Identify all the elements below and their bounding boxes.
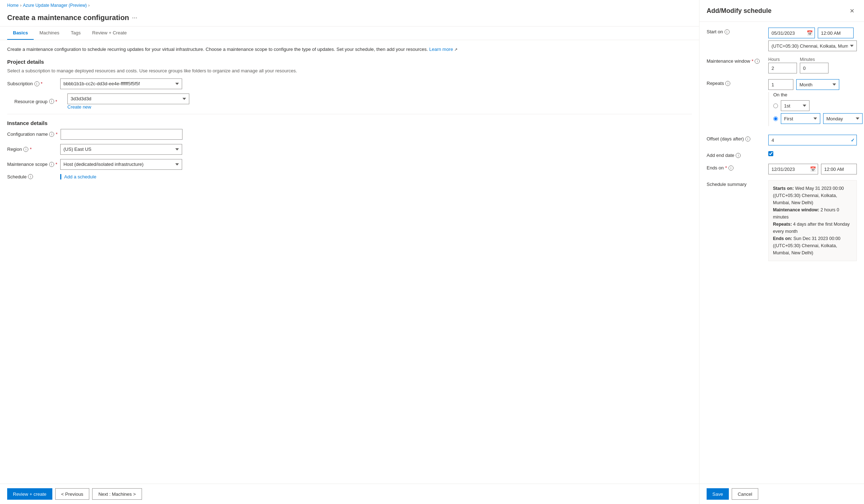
repeats-label: Repeats i xyxy=(707,79,764,86)
calendar-icon[interactable]: 📅 xyxy=(807,30,813,36)
external-link-icon: ↗ xyxy=(454,47,457,52)
breadcrumb-home[interactable]: Home xyxy=(7,3,19,8)
region-row: Region i * (US) East US xyxy=(7,144,692,155)
subscription-info-icon[interactable]: i xyxy=(34,81,39,86)
project-details-desc: Select a subscription to manage deployed… xyxy=(7,68,692,74)
end-calendar-icon[interactable]: 📅 xyxy=(810,166,816,172)
subscription-row: Subscription i * bbbb1b1b-cc2c-dd3d-ee4e… xyxy=(7,78,692,89)
instance-details-title: Instance details xyxy=(7,120,692,126)
review-create-button[interactable]: Review + create xyxy=(7,488,52,500)
start-date-time-row: 📅 xyxy=(768,28,857,38)
next-machines-button[interactable]: Next : Machines > xyxy=(92,488,142,500)
timezone-select[interactable]: (UTC+05:30) Chennai, Kolkata, Mumbai, N.… xyxy=(768,40,857,51)
summary-repeats: Repeats: 4 days after the first Monday e… xyxy=(773,221,852,235)
form-area: Create a maintenance configuration to sc… xyxy=(0,40,699,484)
resource-group-select[interactable]: 3d3d3d3d xyxy=(67,93,189,104)
ends-on-controls: 📅 xyxy=(768,164,857,174)
add-end-date-row: Add end date i xyxy=(707,151,857,158)
repeats-controls: Month On the 1st 2nd 3rd Last xyxy=(768,79,863,129)
minutes-label: Minutes xyxy=(800,57,829,62)
add-end-date-info-icon[interactable]: i xyxy=(736,153,741,158)
on-the-day-radio[interactable] xyxy=(773,116,778,121)
region-required: * xyxy=(30,147,32,152)
add-end-date-label: Add end date i xyxy=(707,151,764,158)
breadcrumb: Home › Azure Update Manager (Preview) › xyxy=(0,0,699,11)
previous-button[interactable]: < Previous xyxy=(55,488,90,500)
config-name-info-icon[interactable]: i xyxy=(49,132,54,137)
tab-review-create[interactable]: Review + Create xyxy=(86,27,132,40)
add-end-date-checkbox[interactable] xyxy=(768,151,773,156)
on-the-day-select[interactable]: Monday Tuesday Wednesday Thursday Friday… xyxy=(823,113,863,124)
subscription-select[interactable]: bbbb1b1b-cc2c-dd3d-ee4e-ffffff5f5f5f xyxy=(60,78,182,89)
page-header: Create a maintenance configuration ··· xyxy=(0,11,699,27)
panel-footer: Save Cancel xyxy=(699,484,864,504)
add-schedule-link[interactable]: Add a schedule xyxy=(60,174,182,179)
on-the-date-radio[interactable] xyxy=(773,104,778,108)
mw-info-icon[interactable]: i xyxy=(755,59,760,64)
panel-title: Add/Modify schedule xyxy=(707,7,772,15)
tab-bar: Basics Machines Tags Review + Create xyxy=(0,27,699,40)
schedule-summary-label: Schedule summary xyxy=(707,180,764,187)
offset-row: Offset (days after) i ✓ xyxy=(707,135,857,145)
region-info-icon[interactable]: i xyxy=(23,147,28,152)
region-label: Region i * xyxy=(7,147,57,152)
summary-starts: Starts on: Wed May 31 2023 00:00 ((UTC+0… xyxy=(773,185,852,206)
offset-input[interactable] xyxy=(768,135,857,145)
start-on-label: Start on i xyxy=(707,28,764,34)
page-menu-icon[interactable]: ··· xyxy=(132,14,137,21)
maintenance-scope-label: Maintenance scope i * xyxy=(7,162,57,167)
on-the-day-first-select[interactable]: First Second Third Fourth Last xyxy=(781,113,820,124)
tab-machines[interactable]: Machines xyxy=(34,27,65,40)
schedule-summary-block: Starts on: Wed May 31 2023 00:00 ((UTC+0… xyxy=(768,180,857,261)
mw-required: * xyxy=(751,58,753,64)
tab-tags[interactable]: Tags xyxy=(65,27,86,40)
end-time-input[interactable] xyxy=(821,164,857,174)
summary-ends-label: Ends on: xyxy=(773,236,792,241)
config-name-row: Configuration name i * xyxy=(7,129,692,140)
ends-on-info-icon[interactable]: i xyxy=(728,165,734,171)
maintenance-scope-row: Maintenance scope i * Host (dedicated/is… xyxy=(7,159,692,170)
ends-on-date-time-row: 📅 xyxy=(768,164,857,174)
minutes-input[interactable] xyxy=(800,63,829,73)
minutes-group: Minutes xyxy=(800,57,829,73)
repeats-number-input[interactable] xyxy=(768,79,793,90)
learn-more-link[interactable]: Learn more xyxy=(429,47,453,52)
maintenance-scope-select[interactable]: Host (dedicated/isolated infrastructure) xyxy=(60,159,182,170)
maintenance-scope-info-icon[interactable]: i xyxy=(49,162,54,167)
summary-repeats-label: Repeats: xyxy=(773,222,792,227)
repeats-info-icon[interactable]: i xyxy=(725,81,730,86)
cancel-button[interactable]: Cancel xyxy=(732,488,758,500)
close-panel-button[interactable]: ✕ xyxy=(847,6,857,16)
repeats-unit-select[interactable]: Month xyxy=(796,79,839,90)
breadcrumb-azure[interactable]: Azure Update Manager (Preview) xyxy=(23,3,87,8)
subscription-control: bbbb1b1b-cc2c-dd3d-ee4e-ffffff5f5f5f xyxy=(60,78,182,89)
on-the-day-radio-row: First Second Third Fourth Last Monday Tu… xyxy=(773,113,863,124)
offset-input-wrap: ✓ xyxy=(768,135,857,145)
start-on-info-icon[interactable]: i xyxy=(725,29,730,34)
summary-starts-label: Starts on: xyxy=(773,186,794,191)
start-time-input[interactable] xyxy=(818,28,854,38)
summary-window-label: Maintenance window: xyxy=(773,207,819,212)
schedule-info-icon[interactable]: i xyxy=(28,174,33,179)
description-text: Create a maintenance configuration to sc… xyxy=(7,47,428,52)
config-name-control xyxy=(61,129,182,140)
summary-window: Maintenance window: 2 hours 0 minutes xyxy=(773,206,852,221)
hours-input[interactable] xyxy=(768,63,797,73)
resource-group-info-icon[interactable]: i xyxy=(49,99,54,104)
config-name-input[interactable] xyxy=(61,129,182,140)
region-select[interactable]: (US) East US xyxy=(60,144,182,155)
schedule-control: Add a schedule xyxy=(60,174,182,179)
tab-basics[interactable]: Basics xyxy=(7,27,34,40)
maintenance-window-row: Maintenance window * i Hours Minutes xyxy=(707,57,857,73)
on-the-label: On the xyxy=(773,92,863,97)
save-button[interactable]: Save xyxy=(707,488,729,500)
project-details-title: Project details xyxy=(7,59,692,65)
offset-info-icon[interactable]: i xyxy=(745,136,750,141)
config-name-label: Configuration name i * xyxy=(7,131,58,137)
hours-minutes-row: Hours Minutes xyxy=(768,57,857,73)
on-the-date-select[interactable]: 1st 2nd 3rd Last xyxy=(781,100,810,111)
create-new-link[interactable]: Create new xyxy=(67,104,91,110)
end-date-wrap: 📅 xyxy=(768,164,818,174)
subscription-required: * xyxy=(41,81,43,86)
on-the-date-radio-row: 1st 2nd 3rd Last xyxy=(773,100,863,111)
